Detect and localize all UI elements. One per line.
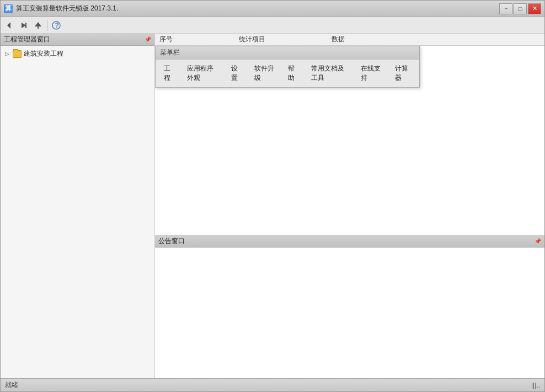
context-menu-title: 菜单栏 (156, 46, 419, 60)
project-manager-pin[interactable]: 📌 (145, 36, 151, 42)
left-panel: 工程管理器窗口 📌 ▷ 建筑安装工程 (1, 34, 155, 378)
up-icon (34, 21, 42, 30)
toolbar-back-button[interactable] (3, 19, 16, 32)
status-bar: 就绪 |||.. (1, 378, 544, 391)
close-button[interactable]: ✕ (528, 3, 541, 14)
menu-item-project[interactable]: 工程 (159, 62, 180, 85)
title-bar-buttons: － □ ✕ (499, 3, 541, 14)
app-icon: 算 (4, 4, 13, 13)
toolbar-up-button[interactable] (31, 19, 45, 32)
svg-marker-1 (22, 23, 26, 28)
project-manager-header: 工程管理器窗口 📌 (1, 34, 154, 46)
main-area: 工程管理器窗口 📌 ▷ 建筑安装工程 序号 统计项目 数据 (1, 34, 544, 378)
bottom-panel: 公告窗口 📌 (155, 235, 544, 378)
forward-icon (19, 21, 28, 30)
menu-item-help[interactable]: 帮助 (283, 62, 304, 85)
help-icon: ? (52, 21, 61, 30)
stats-header: 序号 统计项目 数据 (155, 34, 544, 46)
announcement-title: 公告窗口 (158, 237, 185, 246)
project-manager-title: 工程管理器窗口 (4, 35, 50, 44)
toolbar-separator (47, 20, 47, 31)
window-title: 算王安装算量软件无锁版 2017.3.1. (16, 4, 118, 13)
main-window: 算 算王安装算量软件无锁版 2017.3.1. － □ ✕ (0, 0, 545, 392)
svg-marker-0 (7, 22, 10, 29)
menu-item-settings[interactable]: 设置 (226, 62, 247, 85)
restore-button[interactable]: □ (514, 3, 527, 14)
context-menu-items: 工程 应用程序外观 设置 软件升级 帮助 常用文档及工具 在线支持 计算器 (156, 60, 419, 87)
project-tree: ▷ 建筑安装工程 (1, 46, 154, 378)
tree-item-project[interactable]: ▷ 建筑安装工程 (3, 48, 152, 60)
menu-item-docs[interactable]: 常用文档及工具 (306, 62, 354, 85)
toolbar-forward-button[interactable] (17, 19, 30, 32)
menu-item-upgrade[interactable]: 软件升级 (249, 62, 281, 85)
main-content: 菜单栏 工程 应用程序外观 设置 软件升级 帮助 常用文档及工具 在线支持 计算… (155, 46, 544, 235)
menu-item-appearance[interactable]: 应用程序外观 (182, 62, 225, 85)
announcement-pin[interactable]: 📌 (535, 238, 541, 244)
folder-icon (13, 50, 22, 58)
context-menu: 菜单栏 工程 应用程序外观 设置 软件升级 帮助 常用文档及工具 在线支持 计算… (155, 46, 420, 88)
stats-col-number: 序号 (159, 35, 173, 44)
menu-item-online[interactable]: 在线支持 (356, 62, 387, 85)
toolbar: ? (1, 17, 544, 34)
right-panel: 序号 统计项目 数据 菜单栏 工程 应用程序外观 设置 软件升级 帮助 常用文档… (155, 34, 544, 378)
title-bar: 算 算王安装算量软件无锁版 2017.3.1. － □ ✕ (1, 1, 544, 17)
stats-col-item: 统计项目 (239, 35, 265, 44)
svg-text:?: ? (55, 22, 59, 29)
svg-marker-3 (35, 22, 41, 26)
menu-item-calculator[interactable]: 计算器 (390, 62, 416, 85)
title-bar-left: 算 算王安装算量软件无锁版 2017.3.1. (4, 4, 118, 13)
announcement-content (155, 248, 544, 378)
status-text: 就绪 (5, 380, 18, 390)
status-right: |||.. (531, 382, 540, 389)
back-icon (5, 21, 14, 30)
minimize-button[interactable]: － (499, 3, 512, 14)
stats-col-data: 数据 (332, 35, 345, 44)
tree-item-label: 建筑安装工程 (24, 49, 63, 58)
announcement-header: 公告窗口 📌 (155, 235, 544, 248)
tree-expand-icon: ▷ (5, 51, 10, 57)
toolbar-help-button[interactable]: ? (50, 19, 63, 32)
